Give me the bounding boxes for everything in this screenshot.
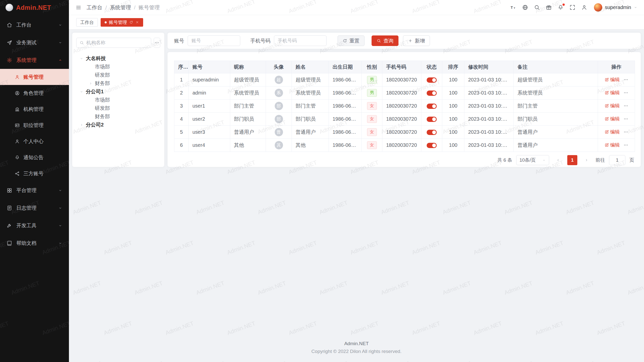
column-header: 头像 [266, 61, 292, 73]
account-input[interactable] [188, 35, 240, 46]
tree-node-label: 财务部 [95, 80, 110, 87]
more-actions-button[interactable] [623, 129, 628, 134]
edit-button[interactable]: 编辑 [605, 89, 620, 96]
tab-1[interactable]: 账号管理 [101, 18, 143, 27]
operation-wrap: 编辑 [605, 129, 628, 135]
account-cell: user3 [189, 126, 230, 139]
status-toggle[interactable] [427, 117, 437, 122]
tree-node[interactable]: 研发部 [76, 104, 160, 112]
sidebar-subitem-2-2[interactable]: 机构管理 [0, 101, 69, 117]
modified-time-cell: 2023-01-03 10:59:44 [464, 126, 514, 139]
header-theme-button[interactable] [546, 4, 552, 11]
header-language-button[interactable] [522, 4, 528, 11]
gift-icon [546, 4, 552, 11]
more-actions-button[interactable] [623, 103, 628, 108]
footer-app-name: Admin.NET [72, 341, 641, 346]
org-search-input[interactable] [86, 40, 148, 46]
more-actions-button[interactable] [623, 143, 628, 148]
sidebar-item-0[interactable]: 工作台 [0, 16, 69, 34]
edit-label: 编辑 [610, 116, 620, 122]
column-header: 姓名 [292, 61, 329, 73]
app-logo[interactable]: Admin.NET [0, 0, 69, 15]
tree-node[interactable]: 分公司1 [76, 87, 160, 96]
tab-close-icon[interactable] [135, 20, 139, 24]
sort-cell: 100 [442, 73, 464, 86]
sidebar-subitem-label: 角色管理 [23, 90, 44, 97]
tree-node-label: 市场部 [95, 97, 110, 103]
edit-button[interactable]: 编辑 [605, 129, 620, 135]
page-size-select[interactable]: 10条/页 [516, 155, 549, 165]
phone-input[interactable] [274, 35, 327, 46]
add-button[interactable]: 新增 [403, 35, 430, 46]
edit-button[interactable]: 编辑 [605, 76, 620, 83]
edit-button[interactable]: 编辑 [605, 142, 620, 148]
breadcrumb-item[interactable]: 系统管理 [110, 4, 131, 11]
header-font-size-button[interactable]: TT [510, 4, 516, 11]
sidebar-item-5[interactable]: 开发工具 [0, 217, 69, 234]
remark-cell: 部门职员 [514, 113, 598, 126]
sidebar-item-3[interactable]: 平台管理 [0, 182, 69, 199]
more-actions-button[interactable] [623, 116, 628, 121]
sidebar-subitem-2-1[interactable]: 角色管理 [0, 85, 69, 101]
tab-0[interactable]: 工作台 [76, 18, 98, 27]
reset-button[interactable]: 重置 [338, 35, 365, 46]
more-actions-button[interactable] [623, 77, 628, 82]
tree-caret-icon [79, 57, 84, 61]
prev-page-button[interactable] [553, 155, 563, 165]
header-notifications-button[interactable] [557, 4, 564, 11]
name-cell: 超级管理员 [292, 73, 329, 86]
sidebar-item-1[interactable]: 业务测试 [0, 34, 69, 51]
tree-node-label: 大名科技 [86, 55, 106, 62]
more-icon [154, 40, 159, 45]
tools-icon [7, 223, 12, 229]
status-toggle[interactable] [427, 104, 437, 109]
tree-node[interactable]: 分公司2 [76, 121, 160, 129]
header-fullscreen-button[interactable] [569, 4, 576, 11]
tree-caret-icon [88, 81, 93, 85]
next-page-button[interactable] [581, 155, 591, 165]
breadcrumb-item[interactable]: 工作台 [87, 4, 102, 11]
status-toggle[interactable] [427, 143, 437, 148]
avatar-cell: 部 [266, 113, 292, 126]
column-header: 排序 [442, 61, 464, 73]
status-toggle[interactable] [427, 77, 437, 83]
main-area: 工作台/系统管理/账号管理 TT superadmin 工作台账号管理 [69, 0, 644, 362]
edit-button[interactable]: 编辑 [605, 116, 620, 122]
sidebar-item-6[interactable]: 帮助文档 [0, 234, 69, 252]
person-icon [15, 139, 20, 144]
menu-collapse-icon[interactable] [75, 5, 82, 11]
plus-icon [408, 38, 413, 43]
tab-refresh-icon[interactable] [129, 20, 133, 24]
grid-icon [7, 188, 12, 193]
sidebar-subitem-label: 个人中心 [23, 138, 44, 145]
tree-node[interactable]: 财务部 [76, 112, 160, 121]
header-search-button[interactable] [534, 4, 540, 11]
tree-node[interactable]: 大名科技 [76, 54, 160, 63]
goto-page-input[interactable] [609, 155, 625, 165]
index-cell: 1 [174, 73, 189, 86]
sidebar-subitem-2-3[interactable]: 职位管理 [0, 117, 69, 133]
gender-cell: 男 [362, 73, 382, 86]
tree-node[interactable]: 市场部 [76, 96, 160, 104]
sidebar-item-4[interactable]: 日志管理 [0, 199, 69, 217]
org-more-button[interactable] [154, 38, 160, 48]
search-button[interactable]: 查询 [372, 35, 398, 46]
edit-button[interactable]: 编辑 [605, 103, 620, 109]
sidebar-subitem-2-0[interactable]: 账号管理 [0, 69, 69, 85]
status-cell [421, 86, 442, 100]
sidebar-item-2[interactable]: 系统管理 [0, 51, 69, 69]
status-toggle[interactable] [427, 130, 437, 135]
tree-node[interactable]: 研发部 [76, 71, 160, 79]
sidebar-subitem-2-6[interactable]: 三方账号 [0, 165, 69, 182]
header-tools: TT [510, 4, 587, 11]
tree-node[interactable]: 市场部 [76, 63, 160, 71]
tree-node[interactable]: 财务部 [76, 79, 160, 87]
more-actions-button[interactable] [623, 90, 628, 95]
status-toggle[interactable] [427, 90, 437, 96]
sidebar-subitem-2-4[interactable]: 个人中心 [0, 133, 69, 149]
sidebar-menu: 工作台业务测试系统管理账号管理角色管理机构管理职位管理个人中心通知公告三方账号平… [0, 15, 69, 362]
user-menu[interactable]: superadmin [594, 3, 637, 12]
sidebar-subitem-2-5[interactable]: 通知公告 [0, 149, 69, 165]
header-profile-button[interactable] [581, 4, 587, 11]
page-1-button[interactable]: 1 [567, 155, 577, 165]
